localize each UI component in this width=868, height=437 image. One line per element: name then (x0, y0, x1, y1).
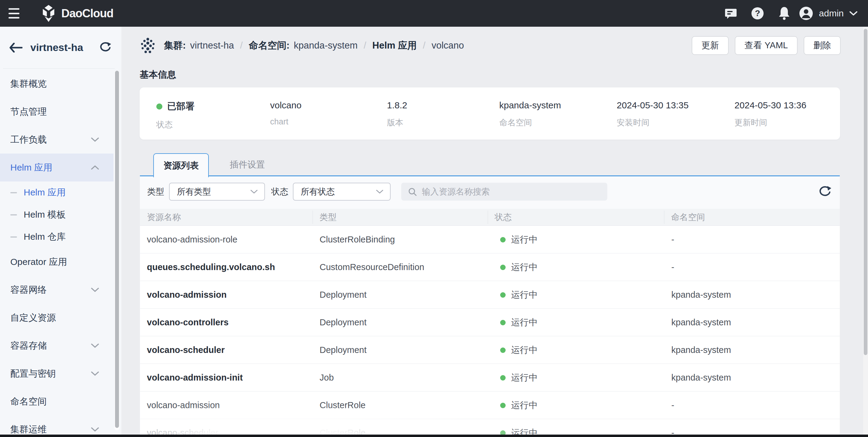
sidebar-subitem-helm-apps[interactable]: Helm 应用 (0, 182, 114, 204)
search-input[interactable] (422, 187, 600, 197)
status-cell: 运行中 (500, 364, 537, 392)
status-dot (156, 103, 162, 110)
status-dot (500, 347, 506, 353)
page-scrollbar-track (863, 27, 868, 437)
user-menu[interactable]: admin (799, 6, 858, 21)
refresh-icon[interactable] (816, 183, 834, 201)
table-header: 资源名称 类型 状态 命名空间 (140, 209, 840, 226)
status-cell: 运行中 (500, 253, 537, 281)
chevron-up-icon (91, 165, 99, 170)
info-field-namespace: kpanda-system 命名空间 (499, 100, 561, 128)
chevron-down-icon (91, 427, 99, 432)
col-status: 状态 (495, 209, 512, 226)
search-icon (408, 187, 417, 196)
status-dot (500, 292, 506, 298)
cluster-dots-icon (140, 37, 156, 54)
basic-info-card: 已部署 状态 volcano chart 1.8.2 版本 kpanda-sys… (140, 87, 840, 139)
table-row: volcano-scheduler Deployment 运行中 kpanda-… (140, 336, 840, 364)
info-field-update-time: 2024-05-30 13:36 更新时间 (735, 100, 806, 128)
search-box (401, 183, 607, 200)
sidebar-item-cluster-ops[interactable]: 集群运维 (0, 415, 114, 437)
dash-icon (10, 237, 17, 238)
table-row: queues.scheduling.volcano.sh CustomResou… (140, 253, 840, 281)
user-name: admin (819, 8, 844, 19)
col-namespace: 命名空间 (671, 209, 705, 226)
sidebar-subitem-helm-templates[interactable]: Helm 模板 (0, 204, 114, 226)
chevron-down-icon (91, 287, 99, 292)
breadcrumb-cluster-label: 集群: (164, 39, 186, 52)
chevron-down-icon (250, 189, 258, 194)
delete-button[interactable]: 删除 (804, 36, 841, 55)
sidebar-item-container-network[interactable]: 容器网络 (0, 276, 114, 304)
status-cell: 运行中 (500, 419, 537, 435)
brand-name: DaoCloud (61, 7, 113, 20)
breadcrumb-namespace-value[interactable]: kpanda-system (294, 40, 358, 51)
chevron-down-icon (849, 11, 858, 16)
col-resource-name: 资源名称 (147, 209, 181, 226)
sidebar-item-config-secrets[interactable]: 配置与密钥 (0, 360, 114, 387)
breadcrumb-current: volcano (432, 40, 464, 51)
status-cell: 运行中 (500, 309, 537, 336)
svg-text:?: ? (755, 8, 760, 18)
update-button[interactable]: 更新 (692, 36, 729, 55)
help-icon[interactable]: ? (744, 7, 771, 20)
chevron-down-icon (376, 189, 383, 194)
status-dot (500, 320, 506, 325)
chevron-down-icon (91, 137, 99, 142)
tab-plugin-settings[interactable]: 插件设置 (222, 153, 273, 176)
cluster-name: virtnest-ha (30, 41, 83, 54)
basic-info-title: 基本信息 (140, 69, 176, 81)
sidebar-scrollbar-thumb[interactable] (115, 71, 119, 428)
messages-icon[interactable] (717, 7, 744, 20)
menu-toggle-icon[interactable] (8, 8, 20, 19)
sidebar-item-node-management[interactable]: 节点管理 (0, 98, 114, 126)
sidebar-item-helm-apps[interactable]: Helm 应用 (0, 154, 114, 182)
info-field-version: 1.8.2 版本 (387, 100, 407, 128)
status-select[interactable]: 所有状态 (293, 183, 391, 200)
breadcrumb-section[interactable]: Helm 应用 (372, 39, 417, 52)
main-content: 集群: virtnest-ha / 命名空间: kpanda-system / … (121, 27, 868, 435)
table-row: volcano-admission-init Job 运行中 kpanda-sy… (140, 364, 840, 392)
sidebar-item-namespaces[interactable]: 命名空间 (0, 387, 114, 415)
bottom-edge (0, 435, 868, 437)
sidebar-item-container-storage[interactable]: 容器存储 (0, 332, 114, 360)
notifications-bell-icon[interactable] (771, 6, 798, 20)
table-row: volcano-admission Deployment 运行中 kpanda-… (140, 281, 840, 309)
sidebar-item-workloads[interactable]: 工作负载 (0, 126, 114, 154)
tab-underline (140, 176, 840, 176)
tab-resource-list[interactable]: 资源列表 (153, 153, 209, 177)
table-row: volcano-admission ClusterRole 运行中 - (140, 392, 840, 419)
status-cell: 运行中 (500, 226, 537, 253)
back-arrow-icon[interactable] (9, 43, 23, 53)
status-dot (500, 430, 506, 435)
sidebar-subitem-helm-repos[interactable]: Helm 仓库 (0, 226, 114, 248)
sidebar-item-operator-apps[interactable]: Operator 应用 (0, 248, 114, 276)
daocloud-logo-icon (41, 5, 57, 22)
type-filter-label: 类型 (147, 183, 164, 200)
dash-icon (10, 214, 17, 215)
status-dot (500, 375, 506, 380)
sidebar-item-custom-resources[interactable]: 自定义资源 (0, 304, 114, 332)
avatar (799, 6, 813, 21)
status-cell: 运行中 (500, 281, 537, 309)
brand[interactable]: DaoCloud (41, 5, 113, 22)
dash-icon (10, 192, 17, 193)
chevron-down-icon (91, 343, 99, 348)
status-cell: 运行中 (500, 336, 537, 364)
table-row: volcano-admission-role ClusterRoleBindin… (140, 226, 840, 253)
sidebar-item-cluster-overview[interactable]: 集群概览 (0, 70, 114, 98)
info-field-chart: volcano chart (270, 100, 301, 127)
info-field-status: 已部署 状态 (156, 100, 194, 130)
status-filter-label: 状态 (271, 183, 288, 200)
switch-cluster-icon[interactable] (99, 41, 112, 54)
page-scrollbar-thumb[interactable] (864, 29, 867, 355)
breadcrumb-namespace-label: 命名空间: (249, 39, 289, 52)
chevron-down-icon (91, 371, 99, 376)
breadcrumb: 集群: virtnest-ha / 命名空间: kpanda-system / … (140, 37, 464, 54)
type-select[interactable]: 所有类型 (169, 183, 265, 200)
col-type: 类型 (319, 209, 337, 226)
breadcrumb-cluster-value[interactable]: virtnest-ha (190, 40, 234, 51)
view-yaml-button[interactable]: 查看 YAML (735, 36, 798, 55)
status-dot (500, 403, 506, 408)
status-cell: 运行中 (500, 392, 537, 419)
